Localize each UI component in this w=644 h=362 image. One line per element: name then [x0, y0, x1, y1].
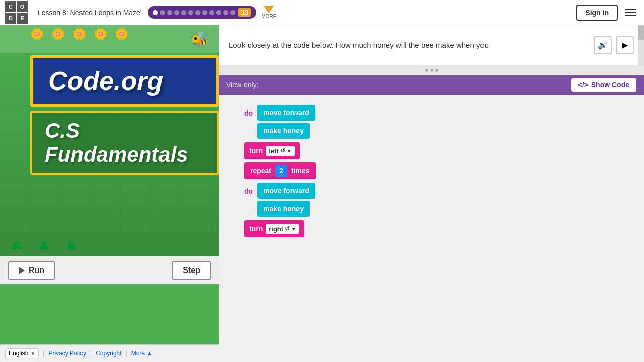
blocks-workspace: do move forward make honey turn [219, 95, 644, 362]
progress-dot-5[interactable] [181, 10, 186, 15]
progress-dot-1[interactable] [153, 10, 158, 15]
run-button[interactable]: Run [8, 261, 55, 280]
block-group-top: do move forward make honey [244, 105, 315, 140]
progress-dot-7[interactable] [195, 10, 200, 15]
footer: English ▼ | Privacy Policy | Copyright |… [0, 344, 219, 362]
honey-item-2: 🌼 [51, 28, 65, 41]
audio-button[interactable]: 🔊 [594, 36, 612, 54]
logo-d: D [5, 13, 16, 24]
progress-dot-4[interactable] [174, 10, 179, 15]
make-honey-row-1: make honey [244, 123, 315, 140]
turn-left-dropdown[interactable]: left ↺ ▼ [266, 146, 294, 156]
view-only-bar: View only: </> Show Code [219, 75, 644, 95]
refresh-icon-right: ↺ [285, 225, 290, 232]
turn-right-dropdown[interactable]: right ↺ ▼ [266, 224, 299, 234]
make-honey-label-1: make honey [263, 127, 304, 135]
audio-controls: 🔊 ▶ [594, 36, 634, 54]
turn-left-row: turn left ↺ ▼ [244, 142, 300, 159]
blocks-container: do move forward make honey turn [229, 105, 634, 281]
logo-c: C [5, 1, 16, 12]
logo-e: E [17, 13, 28, 24]
progress-dot-3[interactable] [167, 10, 172, 15]
more-triangle-icon [264, 6, 274, 13]
progress-dot-8[interactable] [202, 10, 207, 15]
progress-dot-6[interactable] [188, 10, 193, 15]
show-code-button[interactable]: </> Show Code [571, 78, 636, 92]
footer-sep-1: | [43, 350, 44, 357]
step-button[interactable]: Step [172, 261, 211, 280]
honey-item-3: 🌼 [72, 28, 86, 41]
header: C O D E Lesson 8: Nested Loops in Maze 1… [0, 0, 644, 25]
play-button[interactable]: ▶ [616, 36, 634, 54]
copyright-link[interactable]: Copyright [96, 350, 121, 357]
turn-left-block[interactable]: turn left ↺ ▼ [244, 142, 300, 159]
refresh-icon: ↺ [280, 147, 285, 154]
more-label: MORE [261, 14, 276, 19]
logo-o: O [17, 1, 28, 12]
main-area: 🌼 🌼 🌼 🌼 🌼 🐝 Code.org C.S Fundamentals [0, 25, 644, 362]
progress-dot-10[interactable] [216, 10, 221, 15]
right-panel: Look closely at the code below. How much… [219, 25, 644, 362]
instructions-text: Look closely at the code below. How much… [229, 41, 594, 49]
more-button[interactable]: MORE [261, 6, 276, 19]
logo[interactable]: C O D E [5, 1, 28, 24]
footer-sep-3: | [126, 350, 127, 357]
play-icon [19, 267, 25, 274]
divider [219, 65, 644, 75]
progress-dot-2[interactable] [160, 10, 165, 15]
move-forward-label-1: move forward [263, 109, 309, 117]
bee-character: 🐝 [190, 30, 209, 48]
turn-right-dir: right [269, 225, 283, 233]
do-label-2: do [244, 187, 254, 195]
do-row-2: do move forward [244, 183, 315, 200]
show-code-label: Show Code [591, 81, 629, 89]
hamburger-line-3 [625, 15, 636, 16]
language-selector[interactable]: English ▼ [5, 348, 39, 358]
progress-badge: 13 [238, 8, 251, 17]
language-label: English [9, 350, 28, 357]
hamburger-line-1 [625, 9, 636, 10]
codeorg-title: Code.org [48, 66, 163, 96]
move-forward-block-2[interactable]: move forward [257, 183, 315, 199]
dropdown-arrow-icon: ▼ [30, 351, 35, 356]
game-background: 🌼 🌼 🌼 🌼 🌼 🐝 Code.org C.S Fundamentals [0, 25, 219, 256]
scrollbar[interactable] [638, 25, 644, 65]
do-label-1: do [244, 109, 254, 117]
progress-dot-9[interactable] [209, 10, 214, 15]
make-honey-block-1[interactable]: make honey [257, 123, 310, 139]
make-honey-block-2[interactable]: make honey [257, 201, 310, 217]
turn-left-label: turn [249, 147, 263, 155]
progress-dot-12[interactable] [230, 10, 235, 15]
hamburger-menu[interactable] [623, 7, 639, 19]
view-only-text: View only: [226, 81, 259, 89]
turn-right-block[interactable]: turn right ↺ ▼ [244, 220, 304, 237]
progress-dot-11[interactable] [223, 10, 228, 15]
divider-dot-3 [435, 69, 438, 72]
sign-in-button[interactable]: Sign in [576, 5, 618, 21]
hamburger-line-2 [625, 12, 636, 13]
game-area: 🌼 🌼 🌼 🌼 🌼 🐝 Code.org C.S Fundamentals [0, 25, 219, 256]
divider-dot-2 [430, 69, 433, 72]
turn-right-row: turn right ↺ ▼ [244, 220, 304, 237]
tree-1: 🌲 [10, 239, 23, 251]
tree-2: 🌲 [38, 239, 50, 251]
divider-dot-1 [425, 69, 428, 72]
move-forward-block-1[interactable]: move forward [257, 105, 315, 121]
progress-bar: 13 [148, 6, 256, 19]
codeorg-blue-box: Code.org [30, 55, 219, 107]
repeat-count-badge[interactable]: 2 [275, 165, 287, 177]
block-group-inner: do move forward make honey [244, 183, 315, 218]
make-honey-label-2: make honey [263, 205, 304, 213]
repeat-block[interactable]: repeat 2 times [244, 162, 316, 179]
more-footer-link[interactable]: More ▲ [131, 350, 153, 357]
cs-fundamentals-text: C.S Fundamentals [45, 119, 188, 166]
dropdown-chevron-right: ▼ [291, 226, 296, 232]
cs-fundamentals-box: C.S Fundamentals [30, 111, 219, 175]
scroll-thumb [638, 25, 644, 40]
privacy-policy-link[interactable]: Privacy Policy [48, 350, 86, 357]
honey-item-1: 🌼 [30, 28, 44, 41]
footer-sep-2: | [90, 350, 92, 357]
instructions-area: Look closely at the code below. How much… [219, 25, 644, 65]
lesson-title: Lesson 8: Nested Loops in Maze [38, 9, 140, 17]
do-row-1: do move forward [244, 105, 315, 122]
